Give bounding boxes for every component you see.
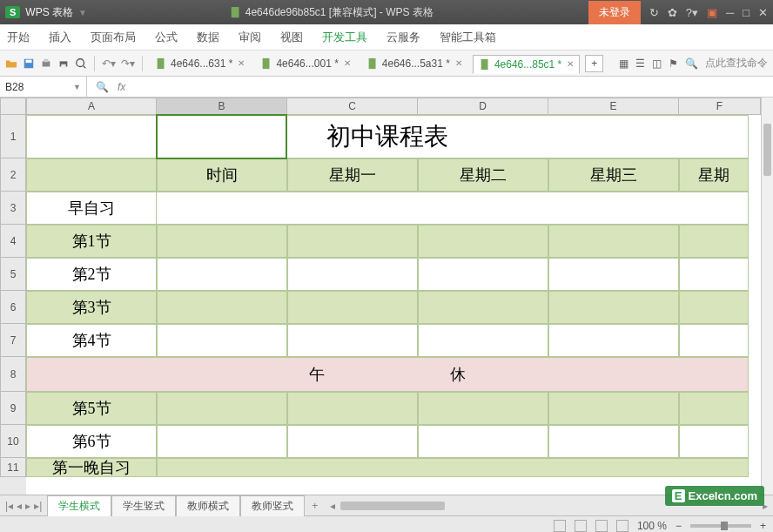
zoom-slider[interactable] (690, 524, 751, 528)
select-all-corner[interactable] (0, 98, 26, 115)
row-header[interactable]: 2 (0, 158, 26, 192)
fx-search-icon[interactable]: 🔍 (96, 81, 109, 93)
menu-cloud[interactable]: 云服务 (386, 30, 420, 45)
close-tab-icon[interactable]: ✕ (344, 58, 351, 68)
col-header-f[interactable]: F (679, 98, 761, 115)
cell[interactable] (548, 324, 679, 357)
cell[interactable] (157, 258, 287, 291)
sheet-tab-3[interactable]: 教师竖式 (240, 495, 305, 516)
cell[interactable] (418, 225, 548, 258)
search-icon[interactable]: 🔍 (685, 57, 698, 70)
cell[interactable] (548, 258, 679, 291)
cell[interactable] (418, 291, 548, 324)
formula-input[interactable] (134, 77, 773, 97)
cell[interactable] (548, 392, 679, 425)
cell[interactable] (157, 425, 287, 458)
cell[interactable] (679, 425, 749, 458)
file-tab-1[interactable]: 4e646...001 *✕ (255, 55, 355, 72)
menu-start[interactable]: 开始 (7, 30, 30, 45)
view-pagelayout-icon[interactable] (575, 520, 587, 532)
row-header[interactable]: 4 (0, 225, 26, 258)
cell[interactable] (287, 225, 418, 258)
close-tab-icon[interactable]: ✕ (567, 59, 574, 69)
row-header[interactable]: 11 (0, 458, 26, 477)
file-tab-3[interactable]: 4e646...85c1 *✕ (473, 55, 580, 74)
hscroll-left-icon[interactable]: ◂ (330, 500, 335, 512)
view-pagebreak-icon[interactable] (595, 520, 608, 532)
fx-label[interactable]: fx (118, 81, 125, 93)
save-icon[interactable] (23, 57, 35, 70)
cell[interactable] (287, 324, 418, 357)
zoom-out-icon[interactable]: − (676, 520, 682, 532)
print-quick-icon[interactable] (40, 57, 52, 70)
dropdown-icon[interactable]: ▼ (78, 8, 87, 17)
row-header[interactable]: 3 (0, 192, 26, 225)
close-tab-icon[interactable]: ✕ (455, 58, 462, 68)
zoom-level[interactable]: 100 % (637, 520, 667, 532)
header-thu[interactable]: 星期 (679, 158, 749, 192)
row-header[interactable]: 5 (0, 258, 26, 291)
view-reading-icon[interactable] (616, 520, 628, 532)
cell[interactable] (157, 458, 749, 477)
minimize-icon[interactable]: ─ (726, 6, 734, 19)
login-button[interactable]: 未登录 (588, 1, 641, 24)
print-icon[interactable] (57, 57, 70, 70)
vertical-scrollbar[interactable] (761, 98, 773, 495)
row-header[interactable]: 1 (0, 115, 26, 158)
sheet-tab-1[interactable]: 学生竖式 (111, 495, 176, 516)
list-icon[interactable]: ☰ (635, 57, 645, 70)
flag-icon[interactable]: ⚑ (669, 57, 678, 70)
cell[interactable] (157, 225, 287, 258)
add-sheet-button[interactable]: + (305, 500, 325, 512)
command-search[interactable]: 点此查找命令 (705, 56, 768, 71)
rowlabel-p6[interactable]: 第6节 (26, 425, 157, 458)
chevron-down-icon[interactable]: ▼ (73, 83, 81, 91)
file-tab-2[interactable]: 4e646...5a31 *✕ (361, 55, 467, 72)
rowlabel-p1[interactable]: 第1节 (26, 225, 157, 258)
row-header[interactable]: 8 (0, 357, 26, 392)
undo-icon[interactable]: ↶▾ (102, 57, 116, 70)
cell[interactable] (157, 324, 287, 357)
rowlabel-p3[interactable]: 第3节 (26, 291, 157, 324)
menu-view[interactable]: 视图 (280, 30, 303, 45)
menu-devtools[interactable]: 开发工具 (322, 30, 367, 45)
rowlabel-p4[interactable]: 第4节 (26, 324, 157, 357)
rowlabel-p5[interactable]: 第5节 (26, 392, 157, 425)
scroll-thumb[interactable] (763, 124, 771, 176)
row-header[interactable]: 7 (0, 324, 26, 357)
zoom-in-icon[interactable]: + (760, 520, 766, 532)
col-header-e[interactable]: E (548, 98, 679, 115)
skin-icon[interactable]: ✿ (668, 6, 677, 19)
menu-data[interactable]: 数据 (197, 30, 219, 45)
row-header[interactable]: 10 (0, 425, 26, 458)
header-tue[interactable]: 星期二 (418, 158, 548, 192)
header-blank[interactable] (26, 158, 157, 192)
row3-blank[interactable] (157, 192, 749, 225)
file-tab-0[interactable]: 4e646...631 *✕ (150, 55, 250, 72)
cell[interactable] (418, 258, 548, 291)
cell[interactable] (287, 392, 418, 425)
cell[interactable] (287, 291, 418, 324)
cell[interactable] (679, 324, 749, 357)
sheet-next-icon[interactable]: ▸ (25, 500, 30, 512)
col-header-a[interactable]: A (26, 98, 157, 115)
row-header[interactable]: 9 (0, 392, 26, 425)
header-wed[interactable]: 星期三 (548, 158, 679, 192)
ribbon-toggle-icon[interactable]: ▣ (707, 6, 717, 19)
sheet-first-icon[interactable]: |◂ (5, 500, 13, 512)
view-normal-icon[interactable] (554, 520, 566, 532)
preview-icon[interactable] (75, 57, 87, 70)
cell[interactable] (157, 291, 287, 324)
window-icon[interactable]: ◫ (652, 57, 662, 70)
cell[interactable] (548, 225, 679, 258)
menu-insert[interactable]: 插入 (49, 30, 71, 45)
col-header-b[interactable]: B (157, 98, 287, 115)
menu-smarttools[interactable]: 智能工具箱 (440, 30, 496, 45)
col-header-d[interactable]: D (418, 98, 548, 115)
sheet-prev-icon[interactable]: ◂ (17, 500, 22, 512)
sheet-tab-0[interactable]: 学生横式 (47, 495, 111, 516)
header-time[interactable]: 时间 (157, 158, 287, 192)
cell[interactable] (287, 425, 418, 458)
cell[interactable] (287, 258, 418, 291)
rowlabel-p2[interactable]: 第2节 (26, 258, 157, 291)
